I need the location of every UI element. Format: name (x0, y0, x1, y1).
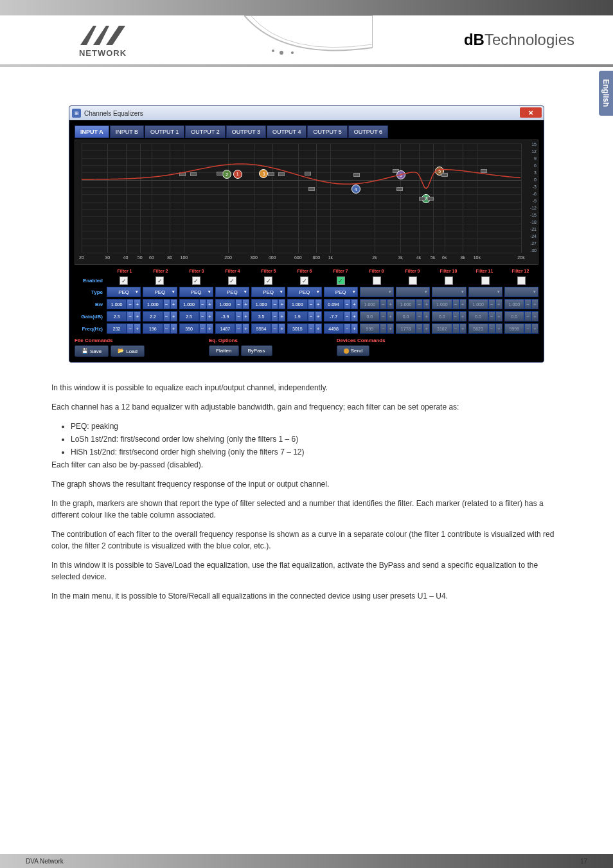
filter-gain-spinner[interactable]: 3.5−+ (251, 311, 285, 321)
spin-down[interactable]: − (308, 311, 315, 321)
flatten-button[interactable]: Flatten (209, 345, 238, 356)
spin-up[interactable]: + (495, 323, 502, 334)
spin-up[interactable]: + (531, 299, 538, 309)
spin-up[interactable]: + (531, 311, 538, 321)
eq-handle[interactable] (353, 173, 360, 177)
eq-node-1[interactable]: 1 (233, 170, 242, 179)
spin-down[interactable]: − (380, 299, 387, 309)
filter-type-select[interactable] (468, 287, 502, 297)
save-button[interactable]: 💾Save (75, 345, 109, 357)
eq-handle[interactable] (481, 169, 487, 173)
spin-down[interactable]: − (488, 323, 495, 334)
spin-up[interactable]: + (206, 323, 213, 334)
spin-down[interactable]: − (416, 299, 423, 309)
load-button[interactable]: 📂Load (111, 345, 145, 357)
eq-handle[interactable] (217, 172, 223, 176)
filter-bw-spinner[interactable]: 1.000−+ (396, 299, 430, 309)
filter-type-select[interactable]: PEQ (107, 287, 141, 297)
spin-down[interactable]: − (235, 323, 242, 334)
spin-up[interactable]: + (351, 323, 358, 334)
spin-down[interactable]: − (344, 299, 351, 309)
filter-bw-spinner[interactable]: 1.000−+ (432, 299, 466, 309)
spin-down[interactable]: − (235, 311, 242, 321)
filter-enabled-checkbox[interactable] (517, 276, 526, 285)
window-titlebar[interactable]: ⊞ Channels Equalizers ✕ (69, 106, 544, 120)
filter-enabled-checkbox[interactable] (445, 276, 453, 285)
spin-down[interactable]: − (416, 311, 423, 321)
spin-up[interactable]: + (242, 323, 249, 334)
filter-enabled-checkbox[interactable]: ✓ (192, 276, 200, 285)
spin-down[interactable]: − (199, 299, 206, 309)
filter-type-select[interactable]: PEQ (215, 287, 249, 297)
spin-down[interactable]: − (308, 323, 315, 334)
spin-up[interactable]: + (495, 299, 502, 309)
spin-up[interactable]: + (387, 311, 394, 321)
spin-up[interactable]: + (459, 323, 466, 334)
spin-up[interactable]: + (278, 299, 285, 309)
spin-up[interactable]: + (459, 311, 466, 321)
filter-bw-spinner[interactable]: 1.000−+ (179, 299, 213, 309)
spin-up[interactable]: + (242, 311, 249, 321)
spin-up[interactable]: + (206, 299, 213, 309)
spin-down[interactable]: − (344, 323, 351, 334)
spin-down[interactable]: − (380, 311, 387, 321)
tab-output-3[interactable]: OUTPUT 3 (226, 125, 266, 138)
filter-freq-spinner[interactable]: 9999−+ (504, 323, 538, 334)
spin-down[interactable]: − (163, 311, 170, 321)
eq-handle[interactable] (441, 173, 448, 177)
filter-bw-spinner[interactable]: 0.094−+ (324, 299, 358, 309)
filter-bw-spinner[interactable]: 1.000−+ (468, 299, 502, 309)
eq-handle[interactable] (305, 172, 311, 176)
filter-bw-spinner[interactable]: 1.000−+ (287, 299, 321, 309)
spin-up[interactable]: + (170, 299, 177, 309)
filter-enabled-checkbox[interactable] (409, 276, 417, 285)
eq-node-6[interactable]: 6 (396, 170, 405, 179)
spin-down[interactable]: − (199, 323, 206, 334)
spin-down[interactable]: − (127, 311, 134, 321)
filter-type-select[interactable] (396, 287, 430, 297)
spin-up[interactable]: + (315, 323, 322, 334)
eq-handle[interactable] (396, 187, 403, 191)
spin-down[interactable]: − (308, 299, 315, 309)
spin-down[interactable]: − (127, 323, 134, 334)
spin-down[interactable]: − (344, 311, 351, 321)
spin-up[interactable]: + (423, 311, 430, 321)
eq-handle[interactable] (419, 197, 425, 201)
spin-down[interactable]: − (524, 299, 531, 309)
spin-up[interactable]: + (134, 299, 141, 309)
filter-gain-spinner[interactable]: 0.0−+ (504, 311, 538, 321)
filter-gain-spinner[interactable]: 0.0−+ (396, 311, 430, 321)
filter-freq-spinner[interactable]: 5554−+ (251, 323, 285, 334)
spin-up[interactable]: + (170, 311, 177, 321)
filter-freq-spinner[interactable]: 1487−+ (215, 323, 249, 334)
send-button[interactable]: Send (337, 345, 370, 356)
filter-gain-spinner[interactable]: 0.0−+ (360, 311, 394, 321)
spin-down[interactable]: − (524, 323, 531, 334)
eq-handle[interactable] (308, 187, 315, 191)
spin-up[interactable]: + (351, 299, 358, 309)
tab-input-a[interactable]: INPUT A (75, 125, 109, 138)
eq-node-4[interactable]: 4 (351, 185, 360, 194)
filter-type-select[interactable] (504, 287, 538, 297)
spin-down[interactable]: − (163, 323, 170, 334)
spin-up[interactable]: + (495, 311, 502, 321)
filter-freq-spinner[interactable]: 3015−+ (287, 323, 321, 334)
spin-down[interactable]: − (452, 311, 459, 321)
bypass-button[interactable]: ByPass (241, 345, 272, 356)
spin-down[interactable]: − (416, 323, 423, 334)
filter-type-select[interactable] (432, 287, 466, 297)
spin-up[interactable]: + (423, 323, 430, 334)
filter-freq-spinner[interactable]: 232−+ (107, 323, 141, 334)
spin-down[interactable]: − (452, 299, 459, 309)
spin-up[interactable]: + (134, 311, 141, 321)
filter-type-select[interactable]: PEQ (251, 287, 285, 297)
eq-handle[interactable] (179, 172, 186, 176)
eq-handle[interactable] (427, 197, 434, 201)
spin-up[interactable]: + (351, 311, 358, 321)
filter-type-select[interactable]: PEQ (143, 287, 177, 297)
filter-enabled-checkbox[interactable]: ✓ (264, 276, 272, 285)
filter-gain-spinner[interactable]: 2.3−+ (107, 311, 141, 321)
spin-down[interactable]: − (163, 299, 170, 309)
filter-freq-spinner[interactable]: 196−+ (143, 323, 177, 334)
filter-gain-spinner[interactable]: 2.5−+ (179, 311, 213, 321)
